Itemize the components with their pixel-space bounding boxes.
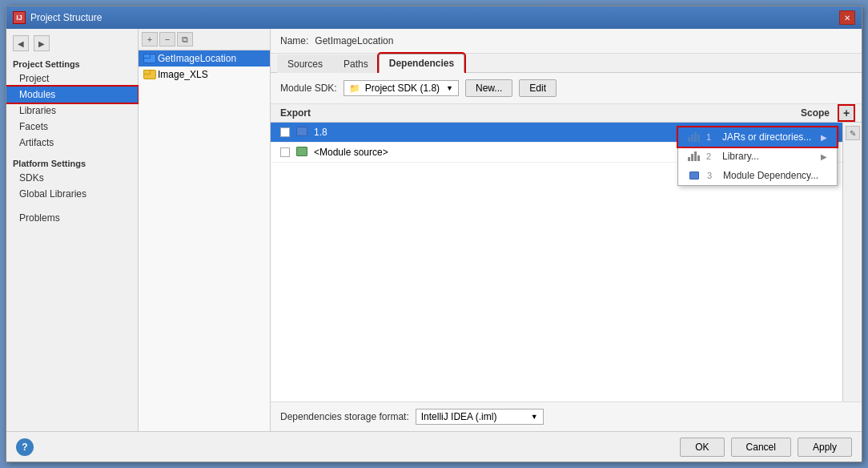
ok-button[interactable]: OK <box>680 438 724 457</box>
sidebar-item-libraries[interactable]: Libraries <box>6 103 138 119</box>
help-button[interactable]: ? <box>16 438 34 456</box>
add-dep-button[interactable]: + <box>838 104 855 122</box>
context-item-jars-label: JARs or directories... <box>722 131 811 143</box>
main-window: IJ Project Structure ✕ ◀ ▶ Project Setti… <box>6 6 862 462</box>
bottom-actions: OK Cancel Apply <box>680 438 852 457</box>
library-icon <box>688 151 700 161</box>
project-settings-header: Project Settings <box>6 56 138 71</box>
sdk-label: Module SDK: <box>280 83 337 94</box>
context-item-library-label: Library... <box>722 151 759 162</box>
context-menu-library[interactable]: 2 Library... ▶ <box>678 147 837 166</box>
sidebar-item-facets[interactable]: Facets <box>6 119 138 135</box>
sidebar-nav: ◀ ▶ <box>6 32 138 56</box>
context-menu-module-dep[interactable]: 3 Module Dependency... <box>678 166 837 185</box>
module-item-image-xls[interactable]: Image_XLS <box>139 67 270 83</box>
bottom-bar: ? OK Cancel Apply <box>6 431 862 462</box>
title-bar: IJ Project Structure ✕ <box>6 6 862 29</box>
sidebar-item-problems[interactable]: Problems <box>6 210 138 226</box>
sidebar: ◀ ▶ Project Settings Project Modules Lib… <box>6 29 139 431</box>
tab-paths[interactable]: Paths <box>333 54 379 73</box>
edit-dep-button[interactable]: ✎ <box>846 126 860 140</box>
sidebar-item-project[interactable]: Project <box>6 71 138 87</box>
sdk-dep-icon <box>296 127 309 138</box>
export-header: Export <box>280 107 328 119</box>
module-folder-icon-2 <box>143 70 155 79</box>
sdk-value: Project SDK (1.8) <box>365 83 440 94</box>
middle-content: + − ⧉ GetImageLocation Image_XLS Name: <box>139 29 862 431</box>
edit-panel: ✎ <box>842 123 862 401</box>
tab-sources[interactable]: Sources <box>277 54 333 73</box>
copy-module-button[interactable]: ⧉ <box>177 32 193 46</box>
new-sdk-button[interactable]: New... <box>465 79 512 97</box>
module-folder-icon-1 <box>143 54 155 63</box>
sdk-folder-icon: 📁 <box>349 83 360 94</box>
remove-module-button[interactable]: − <box>159 32 175 46</box>
module-name-value: GetImageLocation <box>315 35 393 46</box>
edit-sdk-button[interactable]: Edit <box>519 79 557 97</box>
dep-content-area: 1.8 <Module source> <box>271 123 862 401</box>
context-menu-library-arrow: ▶ <box>821 152 827 161</box>
context-menu: 1 JARs or directories... ▶ <box>677 127 838 186</box>
module-list-area: + − ⧉ GetImageLocation Image_XLS <box>139 29 271 431</box>
right-content: Name: GetImageLocation Sources Paths Dep… <box>271 29 862 431</box>
apply-button[interactable]: Apply <box>798 438 852 457</box>
sidebar-item-global-libraries[interactable]: Global Libraries <box>6 186 138 202</box>
context-item-num-2: 2 <box>706 151 716 161</box>
storage-label: Dependencies storage format: <box>280 411 409 422</box>
dep-table-header: Export Scope + <box>271 104 862 123</box>
dep-checkbox-sdk[interactable] <box>280 127 290 137</box>
context-menu-jars[interactable]: 1 JARs or directories... ▶ <box>678 127 837 147</box>
context-item-module-dep-label: Module Dependency... <box>723 170 818 181</box>
sidebar-item-sdks[interactable]: SDKs <box>6 170 138 186</box>
context-item-num-3: 3 <box>707 171 717 180</box>
platform-settings-header: Platform Settings <box>6 155 138 170</box>
source-dep-icon <box>296 147 309 158</box>
sdk-dropdown[interactable]: 📁 Project SDK (1.8) ▼ <box>344 80 459 96</box>
module-toolbar: + − ⧉ <box>139 29 270 50</box>
back-button[interactable]: ◀ <box>13 35 29 51</box>
window-title: Project Structure <box>30 12 839 23</box>
storage-dropdown[interactable]: IntelliJ IDEA (.iml) ▼ <box>416 409 544 425</box>
sdk-row: Module SDK: 📁 Project SDK (1.8) ▼ New...… <box>271 73 862 104</box>
name-label: Name: <box>280 35 308 46</box>
tab-dependencies[interactable]: Dependencies <box>379 54 464 73</box>
tabs-row: Sources Paths Dependencies <box>271 54 862 73</box>
storage-row: Dependencies storage format: IntelliJ ID… <box>271 401 862 431</box>
scope-header: Scope <box>801 107 830 119</box>
sidebar-item-artifacts[interactable]: Artifacts <box>6 135 138 151</box>
context-item-num-1: 1 <box>706 132 716 142</box>
app-icon: IJ <box>13 11 26 24</box>
cancel-button[interactable]: Cancel <box>731 438 791 457</box>
module-item-getimagelocation[interactable]: GetImageLocation <box>139 50 270 67</box>
sidebar-item-modules[interactable]: Modules <box>6 87 138 103</box>
module-dep-icon <box>688 170 701 181</box>
storage-arrow: ▼ <box>531 413 538 421</box>
storage-value: IntelliJ IDEA (.iml) <box>421 411 497 422</box>
sdk-dropdown-arrow: ▼ <box>446 84 453 92</box>
dep-row-sdk-label: 1.8 <box>314 127 328 138</box>
context-menu-jars-arrow: ▶ <box>821 133 827 142</box>
add-module-button[interactable]: + <box>142 32 158 46</box>
dep-checkbox-source[interactable] <box>280 147 290 157</box>
dep-row-source-label: <Module source> <box>314 147 388 158</box>
dep-main: Export Scope + <box>271 104 862 431</box>
window-controls: ✕ <box>839 10 855 25</box>
forward-button[interactable]: ▶ <box>34 35 50 51</box>
content-area: ◀ ▶ Project Settings Project Modules Lib… <box>6 29 862 431</box>
jars-icon <box>688 132 700 142</box>
close-button[interactable]: ✕ <box>839 10 855 25</box>
name-row: Name: GetImageLocation <box>271 29 862 54</box>
